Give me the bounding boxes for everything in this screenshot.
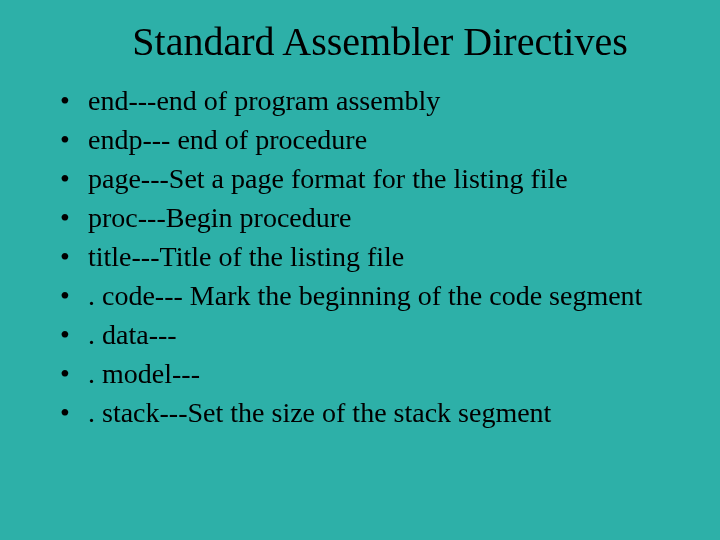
- list-item: endp--- end of procedure: [60, 122, 690, 157]
- list-item: page---Set a page format for the listing…: [60, 161, 690, 196]
- directive-list: end---end of program assembly endp--- en…: [30, 83, 690, 430]
- list-item: . model---: [60, 356, 690, 391]
- list-item: . stack---Set the size of the stack segm…: [60, 395, 690, 430]
- page-title: Standard Assembler Directives: [30, 18, 690, 65]
- list-item: proc---Begin procedure: [60, 200, 690, 235]
- slide: Standard Assembler Directives end---end …: [0, 0, 720, 540]
- list-item: . code--- Mark the beginning of the code…: [60, 278, 690, 313]
- list-item: end---end of program assembly: [60, 83, 690, 118]
- list-item: . data---: [60, 317, 690, 352]
- list-item: title---Title of the listing file: [60, 239, 690, 274]
